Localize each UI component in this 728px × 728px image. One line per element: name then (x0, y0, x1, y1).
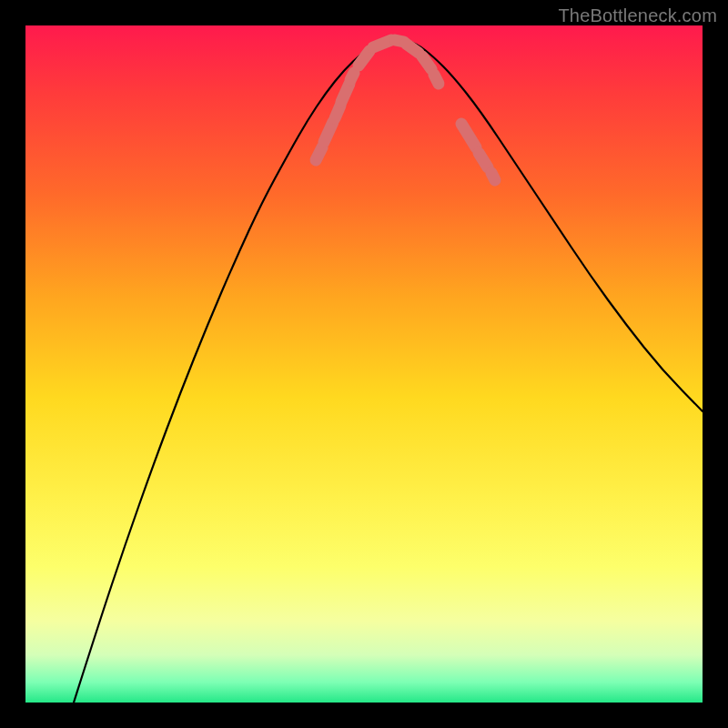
highlight-markers (316, 40, 495, 180)
highlight-segment (373, 40, 391, 47)
bottleneck-curve (74, 39, 703, 703)
highlight-segment (491, 173, 495, 180)
highlight-segment (479, 153, 488, 167)
curve-layer (74, 39, 703, 703)
highlight-segment (422, 56, 431, 69)
highlight-segment (461, 124, 476, 147)
watermark-text: TheBottleneck.com (558, 5, 717, 26)
chart-plot-area (25, 25, 703, 703)
chart-frame: TheBottleneck.com (0, 0, 728, 728)
highlight-segment (341, 84, 349, 102)
highlight-segment (316, 147, 322, 160)
highlight-segment (434, 75, 439, 84)
highlight-segment (350, 73, 354, 80)
chart-svg (25, 25, 703, 703)
highlight-segment (406, 44, 419, 53)
highlight-segment (324, 122, 333, 142)
highlight-segment (359, 51, 369, 66)
